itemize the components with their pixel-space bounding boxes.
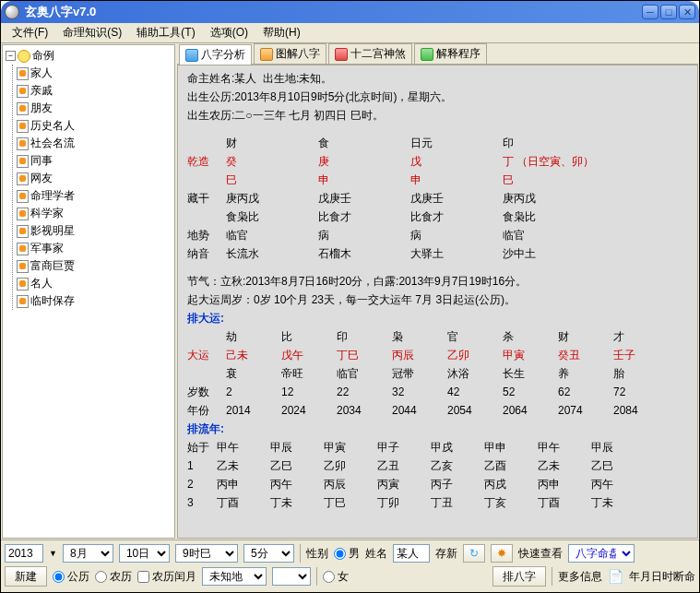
tree-item-label: 命理学者 <box>30 188 75 204</box>
refresh-button[interactable]: ↻ <box>463 544 485 563</box>
page-icon <box>17 172 29 185</box>
menu-help[interactable]: 帮助(H) <box>255 23 308 42</box>
tree-item-label: 社会名流 <box>30 136 75 151</box>
page-icon <box>17 260 29 273</box>
menu-file[interactable]: 文件(F) <box>5 23 55 42</box>
close-button[interactable]: ✕ <box>679 5 695 19</box>
tree-root-label: 命例 <box>32 48 54 64</box>
tree-root[interactable]: − 命例 <box>5 47 172 65</box>
day-select[interactable]: 10日 <box>119 544 170 563</box>
tab-bar: 八字分析 图解八字 十二宫神煞 解释程序 <box>177 44 698 65</box>
name-label: 姓名 <box>365 546 387 562</box>
app-icon <box>5 5 19 19</box>
page-icon <box>17 243 29 255</box>
tree-item-label: 影视明星 <box>30 223 75 239</box>
leap-checkbox[interactable] <box>137 571 149 583</box>
menu-bar: 文件(F) 命理知识(S) 辅助工具(T) 选项(O) 帮助(H) <box>1 23 699 43</box>
place-select[interactable]: 未知地 <box>202 567 267 586</box>
tree-item-label: 名人 <box>30 276 53 291</box>
pai-button[interactable]: 排八字 <box>492 566 546 587</box>
tree-item[interactable]: 亲戚 <box>17 82 172 100</box>
page-icon <box>17 295 29 308</box>
female-radio[interactable] <box>323 571 335 583</box>
page-icon <box>17 102 29 115</box>
tree-item[interactable]: 家人 <box>17 65 172 82</box>
tree-item[interactable]: 军事家 <box>17 240 172 257</box>
bottom-panel: ▼ 8月 10日 9时巳 5分 性别 男 姓名 存新 ↻ ✸ 快速查看 八字命盘… <box>1 540 699 592</box>
star-button[interactable]: ✸ <box>491 544 513 563</box>
tree-item-label: 亲戚 <box>30 83 53 99</box>
tree-item-label: 军事家 <box>30 241 64 256</box>
window-title: 玄奥八字v7.0 <box>25 4 642 20</box>
tree-item-label: 家人 <box>30 65 53 81</box>
solar-radio[interactable] <box>53 571 65 583</box>
name-input[interactable] <box>393 544 430 563</box>
tree-item-label: 临时保存 <box>30 293 75 309</box>
tab-bazi-analysis[interactable]: 八字分析 <box>179 44 252 65</box>
year-input[interactable] <box>5 544 43 563</box>
new-button[interactable]: 新建 <box>5 566 47 587</box>
tree-item-label: 朋友 <box>30 101 53 116</box>
maximize-button[interactable]: □ <box>660 5 677 19</box>
page-icon <box>17 278 29 291</box>
tree-item[interactable]: 网友 <box>17 170 172 187</box>
doc-icon <box>185 49 198 62</box>
page-icon <box>17 190 29 203</box>
tree-item-label: 富商巨贾 <box>30 258 75 274</box>
page-icon <box>17 67 29 80</box>
tree-item[interactable]: 同事 <box>17 152 172 170</box>
smiley-icon <box>18 50 30 63</box>
title-bar: 玄奥八字v7.0 ─ □ ✕ <box>1 1 699 23</box>
tree-item[interactable]: 临时保存 <box>17 292 172 310</box>
grid-icon <box>335 48 348 61</box>
tab-graphic[interactable]: 图解八字 <box>254 43 326 64</box>
tree-item[interactable]: 影视明星 <box>17 222 172 240</box>
tree-item[interactable]: 社会名流 <box>17 135 172 152</box>
tab-shensha[interactable]: 十二宫神煞 <box>328 43 412 64</box>
menu-tools[interactable]: 辅助工具(T) <box>129 23 202 42</box>
tree-item[interactable]: 历史名人 <box>17 117 172 135</box>
page-icon <box>17 85 29 98</box>
analysis-view: 命主姓名:某人 出生地:未知。 出生公历:2013年8月10日9时5分(北京时间… <box>177 65 698 539</box>
place2-select[interactable] <box>272 567 311 586</box>
page-icon <box>17 208 29 220</box>
save-new-label: 存新 <box>435 546 457 562</box>
tree-item-label: 网友 <box>30 171 53 186</box>
hour-select[interactable]: 9时巳 <box>175 544 238 563</box>
gear-icon <box>421 48 433 61</box>
page-icon <box>17 155 29 168</box>
chart-icon <box>260 48 273 61</box>
page-icon <box>17 137 29 150</box>
page-icon <box>17 120 29 133</box>
more-label: 更多信息 <box>558 569 602 585</box>
tree-item-label: 同事 <box>30 153 53 169</box>
tree-item[interactable]: 命理学者 <box>17 187 172 205</box>
minimize-button[interactable]: ─ <box>642 5 658 19</box>
tree-panel: − 命例 家人亲戚朋友历史名人社会名流同事网友命理学者科学家影视明星军事家富商巨… <box>2 44 175 539</box>
menu-knowledge[interactable]: 命理知识(S) <box>55 23 129 42</box>
page-icon <box>17 225 29 238</box>
quick-select[interactable]: 八字命盘 <box>568 544 635 563</box>
tree-item[interactable]: 名人 <box>17 275 172 292</box>
tree-item[interactable]: 科学家 <box>17 205 172 222</box>
min-select[interactable]: 5分 <box>243 544 294 563</box>
tree-item[interactable]: 富商巨贾 <box>17 257 172 275</box>
tree-item[interactable]: 朋友 <box>17 100 172 117</box>
tree-item-label: 历史名人 <box>30 118 75 134</box>
gender-label: 性别 <box>306 546 328 562</box>
lunar-radio[interactable] <box>95 571 107 583</box>
collapse-icon[interactable]: − <box>6 51 16 61</box>
quick-label: 快速查看 <box>518 546 563 562</box>
male-radio[interactable] <box>334 548 346 560</box>
status-link[interactable]: 年月日时断命 <box>629 569 695 585</box>
menu-options[interactable]: 选项(O) <box>203 23 255 42</box>
tab-explain[interactable]: 解释程序 <box>414 43 487 64</box>
tree-item-label: 科学家 <box>30 206 64 221</box>
month-select[interactable]: 8月 <box>63 544 113 563</box>
